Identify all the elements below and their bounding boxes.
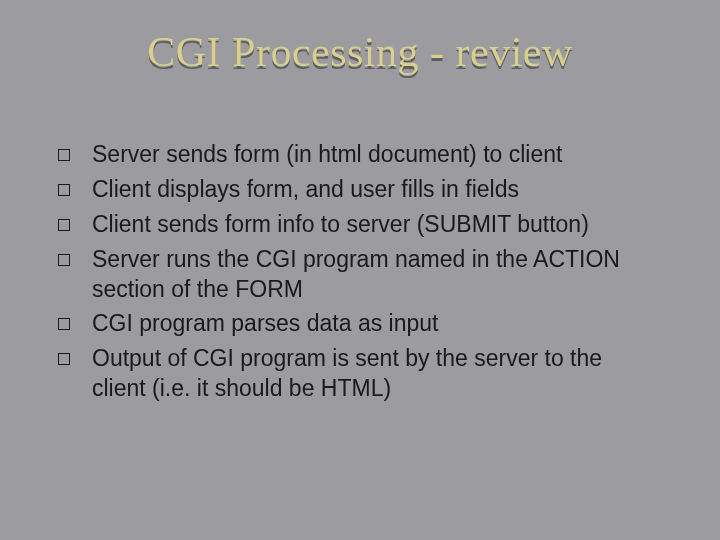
- bullet-text: CGI program parses data as input: [92, 309, 438, 339]
- bullet-text: Output of CGI program is sent by the ser…: [92, 344, 662, 404]
- list-item: Output of CGI program is sent by the ser…: [58, 344, 662, 404]
- bullet-box-icon: [58, 353, 70, 365]
- bullet-box-icon: [58, 254, 70, 266]
- bullet-box-icon: [58, 149, 70, 161]
- list-item: Client sends form info to server (SUBMIT…: [58, 210, 662, 240]
- bullet-box-icon: [58, 318, 70, 330]
- bullet-text: Server runs the CGI program named in the…: [92, 245, 662, 305]
- bullet-box-icon: [58, 184, 70, 196]
- list-item: CGI program parses data as input: [58, 309, 662, 339]
- content-area: Server sends form (in html document) to …: [0, 100, 720, 404]
- title-container: CGI Processing - review CGI Processing -…: [0, 0, 720, 100]
- slide-title: CGI Processing - review: [0, 28, 720, 76]
- bullet-list: Server sends form (in html document) to …: [58, 140, 662, 404]
- bullet-text: Client sends form info to server (SUBMIT…: [92, 210, 589, 240]
- slide: CGI Processing - review CGI Processing -…: [0, 0, 720, 540]
- list-item: Client displays form, and user fills in …: [58, 175, 662, 205]
- list-item: Server runs the CGI program named in the…: [58, 245, 662, 305]
- bullet-text: Client displays form, and user fills in …: [92, 175, 519, 205]
- list-item: Server sends form (in html document) to …: [58, 140, 662, 170]
- bullet-box-icon: [58, 219, 70, 231]
- bullet-text: Server sends form (in html document) to …: [92, 140, 562, 170]
